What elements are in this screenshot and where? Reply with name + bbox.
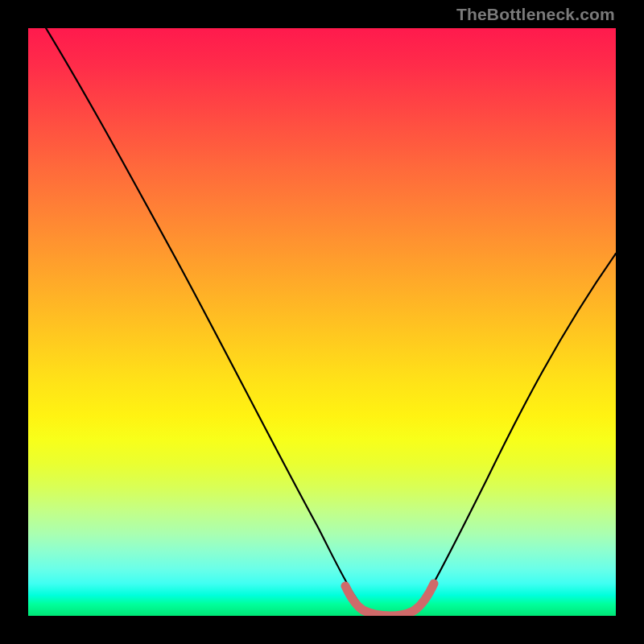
curve-layer [28,28,616,616]
watermark-text: TheBottleneck.com [456,5,615,24]
bottleneck-main-curve [28,28,616,616]
chart-frame: TheBottleneck.com [0,0,644,644]
plot-area [28,28,616,616]
optimal-range-highlight [345,584,434,616]
